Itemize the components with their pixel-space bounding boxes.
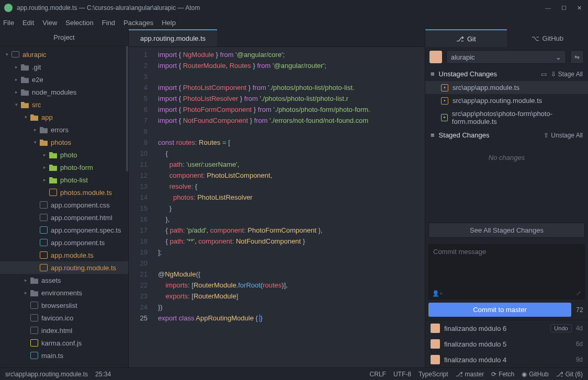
- staged-header: Staged Changes: [439, 131, 490, 139]
- tree-folder-git[interactable]: ▸.git: [0, 61, 128, 73]
- minimize-button[interactable]: —: [545, 5, 551, 11]
- chevron-down-icon: ⌄: [556, 53, 561, 61]
- github-tab[interactable]: ⌥GitHub: [507, 29, 589, 47]
- tree-file-app-spec[interactable]: app.component.spec.ts: [0, 224, 128, 236]
- tree-file-app-module[interactable]: app.module.ts: [0, 249, 128, 261]
- atom-icon: [4, 4, 13, 12]
- commit-button[interactable]: Commit to master: [428, 303, 571, 317]
- close-button[interactable]: ✕: [577, 5, 582, 11]
- undo-button[interactable]: Undo: [550, 324, 571, 332]
- stage-all-button[interactable]: ⇩Stage All: [551, 71, 583, 78]
- status-crlf[interactable]: CRLF: [370, 371, 386, 378]
- tree-file-app-routing-module[interactable]: app.routing.module.ts: [0, 261, 128, 274]
- unstaged-icon: ≡: [431, 70, 435, 78]
- scrollbar[interactable]: [126, 46, 128, 171]
- status-github[interactable]: ◉GitHub: [522, 371, 548, 378]
- tree-folder-photo-form[interactable]: ▸photo-form: [0, 161, 128, 174]
- status-encoding[interactable]: UTF-8: [393, 371, 411, 378]
- tree-folder-e2e[interactable]: ▸e2e: [0, 73, 128, 86]
- menu-packages[interactable]: Packages: [123, 19, 153, 27]
- modified-icon: •: [441, 84, 448, 91]
- status-cursor[interactable]: 25:34: [95, 371, 111, 378]
- commit-history-row[interactable]: finalizando módulo 56d: [425, 336, 588, 352]
- git-tab[interactable]: ⎇Git: [425, 29, 507, 47]
- editor-tab[interactable]: app.routing.module.ts: [129, 29, 217, 47]
- menu-file[interactable]: File: [3, 19, 14, 27]
- tree-folder-app[interactable]: ▾app: [0, 111, 128, 123]
- menu-view[interactable]: View: [42, 19, 57, 27]
- tree-file-browserslist[interactable]: browserslist: [0, 299, 128, 312]
- menu-help[interactable]: Help: [162, 19, 176, 27]
- project-header: Project: [0, 29, 128, 46]
- commit-history-row[interactable]: finalizando módulo 6Undo4d: [425, 320, 588, 336]
- tree-file-app-ts[interactable]: app.component.ts: [0, 236, 128, 249]
- commit-history-row[interactable]: finalizando módulo 49d: [425, 352, 588, 367]
- branch-icon: ⎇: [456, 371, 463, 378]
- no-changes-label: No changes: [425, 142, 588, 173]
- status-path[interactable]: src\app\app.routing.module.ts: [5, 371, 88, 378]
- unstaged-file[interactable]: •src\app\app.module.ts: [425, 81, 588, 94]
- tree-folder-photo-list[interactable]: ▸photo-list: [0, 174, 128, 186]
- tree-file-karma[interactable]: karma.conf.js: [0, 337, 128, 349]
- branch-action-button[interactable]: ⇋: [570, 50, 584, 64]
- char-count: 72: [574, 306, 585, 314]
- unstaged-file[interactable]: +src\app\photos\photo-form\photo-form.mo…: [425, 107, 588, 128]
- added-icon: +: [441, 114, 448, 121]
- tree-file-favicon[interactable]: favicon.ico: [0, 312, 128, 324]
- menu-selection[interactable]: Selection: [65, 19, 93, 27]
- tree-file-photos-module[interactable]: photos.module.ts: [0, 186, 128, 199]
- tree-file-main-ts[interactable]: main.ts: [0, 349, 128, 362]
- avatar: [429, 51, 442, 63]
- tree-root[interactable]: ▾alurapic: [0, 48, 128, 61]
- tree-folder-node-modules[interactable]: ▸node_modules: [0, 86, 128, 98]
- github-icon: ⌥: [532, 34, 539, 42]
- avatar: [431, 324, 440, 333]
- collapse-button[interactable]: ▭: [541, 71, 547, 78]
- tree-folder-photos[interactable]: ▾photos: [0, 136, 128, 148]
- unstaged-file[interactable]: •src\app\app.routing.module.ts: [425, 94, 588, 107]
- git-icon: ⎇: [556, 371, 563, 378]
- gutter: 1234567891011121314151617181920212223242…: [129, 47, 154, 367]
- menu-edit[interactable]: Edit: [22, 19, 34, 27]
- code-content[interactable]: import { NgModule } from '@angular/core'…: [154, 47, 425, 367]
- status-language[interactable]: TypeScript: [419, 371, 448, 378]
- avatar: [431, 355, 440, 364]
- tree-folder-environments[interactable]: ▸environments: [0, 286, 128, 299]
- git-icon: ⎇: [456, 35, 464, 43]
- status-branch[interactable]: ⎇master: [456, 371, 484, 378]
- see-all-staged-button[interactable]: See All Staged Changes: [428, 223, 585, 238]
- unstaged-header: Unstaged Changes: [439, 70, 497, 78]
- avatar: [431, 339, 440, 349]
- tree-file-app-html[interactable]: app.component.html: [0, 211, 128, 224]
- commit-message-input[interactable]: Commit message: [428, 244, 585, 300]
- status-git-count[interactable]: ⎇Git (6): [556, 371, 583, 378]
- modified-icon: •: [441, 97, 448, 105]
- tree-folder-photo[interactable]: ▸photo: [0, 148, 128, 161]
- tree-folder-assets[interactable]: ▸assets: [0, 274, 128, 286]
- staged-icon: ≡: [431, 131, 435, 139]
- unstage-all-button[interactable]: ⇧Unstage All: [544, 132, 583, 139]
- tree-folder-src[interactable]: ▾src: [0, 98, 128, 111]
- menu-find[interactable]: Find: [102, 19, 115, 27]
- sync-icon: ⟳: [491, 371, 496, 378]
- maximize-button[interactable]: ☐: [561, 5, 567, 11]
- tree-file-index-html[interactable]: index.html: [0, 324, 128, 337]
- tree-file-app-css[interactable]: app.component.css: [0, 199, 128, 211]
- status-fetch[interactable]: ⟳Fetch: [491, 371, 514, 378]
- file-tree[interactable]: ▾alurapic ▸.git ▸e2e ▸node_modules ▾src …: [0, 46, 128, 367]
- tree-folder-errors[interactable]: ▸errors: [0, 123, 128, 136]
- window-title: app.routing.module.ts — C:\cursos-alura\…: [17, 4, 545, 11]
- github-icon: ◉: [522, 371, 527, 378]
- editor[interactable]: 1234567891011121314151617181920212223242…: [129, 47, 425, 367]
- branch-selector[interactable]: alurapic⌄: [446, 50, 566, 64]
